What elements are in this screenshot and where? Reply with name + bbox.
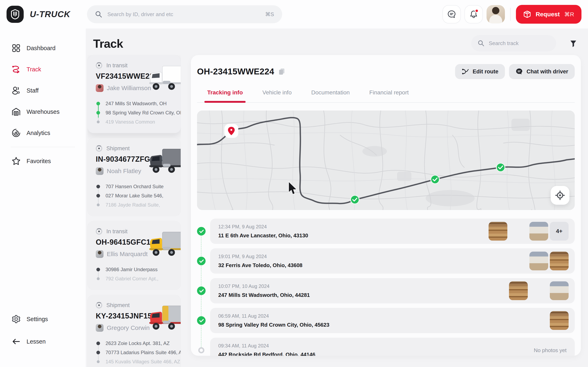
checkpoint-photo[interactable] [489,222,507,241]
checkpoint-photo[interactable] [509,222,528,241]
chat-with-driver-label: Chat with driver [527,68,568,75]
track-card-vf23415wwe224[interactable]: In transit VF23415WWE224 Jake Williamson… [87,55,181,133]
checkpoint-row[interactable]: 19:01 PM, 9 Aug 2024 32 Ferris Ave Toled… [210,248,575,274]
status-icon [96,62,102,69]
shield-icon [11,9,20,19]
tab-financial-report[interactable]: Financial report [369,89,409,102]
driver-name: Gregory Corwin [107,324,150,331]
track-search[interactable] [471,35,556,51]
checkpoint-time: 12:34 PM, 9 Aug 2024 [218,224,308,230]
sidebar-collapse[interactable]: Lessen [0,330,86,353]
no-photos-label: No photos yet [534,347,569,354]
checkpoint-row[interactable]: 09:34 AM, 11 Aug 2024 442 Rockside Rd Be… [210,338,575,356]
checkpoint-time: 06:59 AM, 11 Aug 2024 [218,313,329,319]
topbar: U-TRUCK ⌘S Request ⌘R [0,0,588,29]
copy-id-button[interactable] [279,68,285,75]
request-button[interactable]: Request ⌘R [516,5,581,24]
sidebar-divider [11,147,75,147]
more-photos-badge[interactable]: 4+ [550,222,569,241]
sidebar-item-label: Warehouses [26,108,60,115]
stop: 145 Kuvalis Villages Suite 466, AZ [96,357,181,366]
sidebar: Dashboard Track Staff Warehouses Analyti… [0,29,86,367]
checkpoint-photo[interactable] [550,252,569,270]
tab-vehicle-info[interactable]: Vehicle info [262,89,292,102]
tab-documentation[interactable]: Documentation [311,89,350,102]
driver-name: Ellis Marquardt [107,250,148,258]
request-shortcut: ⌘R [564,11,574,18]
stop: 027 Morar Lake Suite 546, [96,191,181,200]
checkpoint-photo[interactable] [468,222,487,241]
checkpoint-row[interactable]: 06:59 AM, 11 Aug 2024 98 Spring Valley R… [210,308,575,333]
edit-route-button[interactable]: Edit route [455,64,505,79]
crosshair-icon [555,191,565,200]
route-map[interactable] [197,110,575,210]
global-search-input[interactable] [107,11,260,17]
stop: 7186 Jayde Radial Suite, [96,200,181,209]
tab-tracking-info[interactable]: Tracking info [207,89,243,102]
analytics-icon [11,128,21,137]
copy-icon [279,68,285,75]
sidebar-item-settings[interactable]: Settings [0,308,86,330]
checkpoint-address: 32 Ferris Ave Toledo, Ohio, 43608 [218,262,302,268]
checkpoint-row[interactable]: 12:34 PM, 9 Aug 2024 11 E 6th Ave Lancas… [210,218,575,244]
driver-avatar [96,84,104,92]
chat-with-driver-button[interactable]: Chat with driver [509,64,575,79]
app-logo [7,6,24,23]
status-label: Shipment [106,302,130,309]
track-card-list: In transit VF23415WWE224 Jake Williamson… [87,55,181,367]
locate-button[interactable] [551,186,570,205]
driver-avatar [96,250,104,258]
route-icon [11,65,21,74]
checkpoint-photo[interactable] [529,252,548,270]
track-detail-panel: OH-23415WWE224 Edit route Chat wi [191,55,581,356]
sidebar-item-label: Dashboard [26,45,56,52]
stop: 70773 Ladarius Plains Suite 496, AZ [96,348,181,357]
checkpoint-photo[interactable] [509,281,528,300]
stop: 98 Spring Valley Rd Crown City, OH [96,108,181,117]
checkpoint-done-icon [197,316,206,325]
track-search-input[interactable] [489,40,557,47]
sidebar-item-dashboard[interactable]: Dashboard [0,38,86,59]
checkpoint-list: 12:34 PM, 9 Aug 2024 11 E 6th Ave Lancas… [197,218,575,356]
map-pin-icon [224,124,238,138]
checkpoint-time: 09:34 AM, 11 Aug 2024 [218,343,315,349]
status-icon [96,302,102,309]
driver-name: Noah Flatley [107,167,141,175]
checkpoint-photo[interactable] [550,281,569,300]
main-content: Track In transit VF23415WWE224 Jake Will… [86,29,588,367]
search-icon [478,40,484,47]
messages-button[interactable] [442,5,461,24]
checkpoint-address: 98 Spring Valley Rd Crown City, Ohio, 45… [218,322,329,328]
global-search[interactable]: ⌘S [87,5,282,23]
notification-dot [475,9,479,13]
topbar-actions: Request ⌘R [442,5,581,24]
filter-button[interactable] [568,39,578,49]
sidebar-item-favorites[interactable]: Favorites [0,150,86,172]
brand-name: U-TRUCK [30,9,70,19]
checkpoint-photo[interactable] [529,281,548,300]
notifications-button[interactable] [465,5,483,24]
track-card-in9034677zfg154[interactable]: Shipment IN-9034677ZFG154 Noah Flatley 7… [87,138,181,216]
status-label: Shipment [106,145,130,152]
stop: 247 Mills St Wadsworth, OH [96,99,181,108]
truck-image [145,62,181,96]
track-card-ky23415jnf155[interactable]: Shipment KY-23415JNF155 Gregory Corwin 2… [87,295,181,367]
gear-icon [11,315,21,324]
chat-filled-icon [516,68,523,75]
sidebar-item-staff[interactable]: Staff [0,80,86,101]
status-icon [96,145,102,152]
checkpoint-photo[interactable] [529,222,548,241]
stop: 2623 Zoie Locks Apt. 381, AZ [96,339,181,348]
sidebar-collapse-label: Lessen [26,338,46,345]
track-card-oh96415gfc145[interactable]: In transit OH-96415GFC145 Ellis Marquard… [87,221,181,290]
user-avatar[interactable] [486,5,505,24]
checkpoint-row[interactable]: 10:07 PM, 10 Aug 2024 247 Mills St Wadsw… [210,278,575,303]
sidebar-item-warehouses[interactable]: Warehouses [0,101,86,122]
checkpoint-photo[interactable] [550,311,569,330]
sidebar-item-analytics[interactable]: Analytics [0,122,86,143]
truck-image [145,302,181,335]
truck-image [145,145,181,179]
warehouse-icon [11,108,21,116]
sidebar-item-label: Favorites [26,158,51,165]
sidebar-item-track[interactable]: Track [0,59,86,80]
